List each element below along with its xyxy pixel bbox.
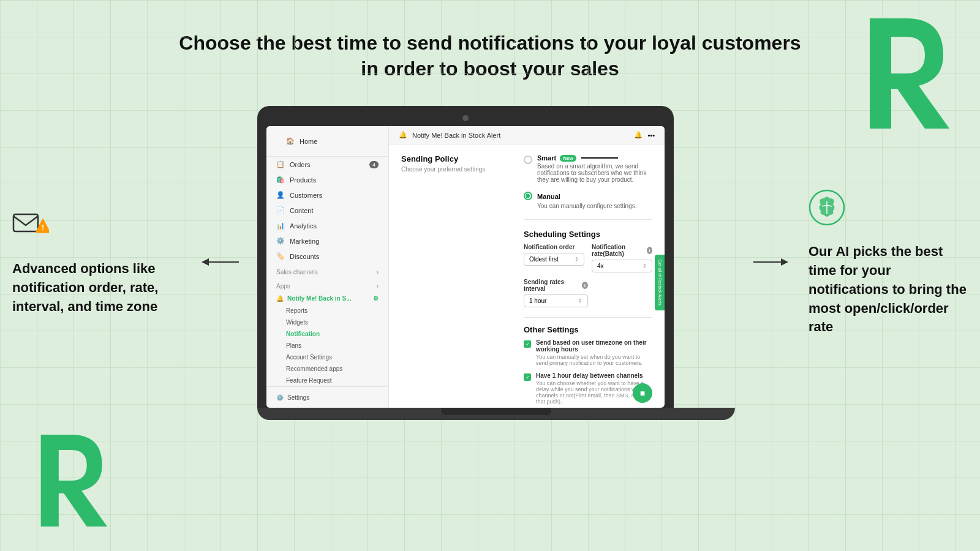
scheduling-title: Scheduling Settings <box>524 230 652 239</box>
sending-rate-label: Sending rates interval i <box>524 279 588 292</box>
marketing-icon: ⚙️ <box>276 237 285 245</box>
manual-option[interactable]: Manual You can manually configure settin… <box>524 190 652 209</box>
sidebar-content[interactable]: 📄 Content <box>266 203 388 218</box>
apps-chevron-icon: › <box>377 283 379 290</box>
sidebar-customers[interactable]: 👤 Customers <box>266 187 388 203</box>
svg-text:!: ! <box>42 223 44 232</box>
sidebar-marketing[interactable]: ⚙️ Marketing <box>266 233 388 249</box>
products-label: Products <box>290 176 316 184</box>
sales-channels-label: Sales channels <box>276 269 318 276</box>
sending-policy-section: Sending Policy Choose your preferred set… <box>401 154 511 408</box>
sidebar-home-item[interactable]: 🏠 Home <box>276 133 379 149</box>
notification-item[interactable]: Notification <box>266 328 388 340</box>
checkbox2[interactable]: ✓ <box>524 373 531 381</box>
rate-info-icon[interactable]: i <box>647 247 652 254</box>
laptop-camera <box>462 115 469 121</box>
smart-desc: Based on a smart algorithm, we send noti… <box>537 163 652 183</box>
checkbox1[interactable]: ✓ <box>524 340 531 348</box>
smart-radio[interactable] <box>524 156 532 164</box>
left-icon: ! <box>12 209 49 250</box>
app-gear-icon: ⚙ <box>373 295 379 302</box>
scheduling-grid: Notification order Oldest first ⇕ <box>524 244 652 272</box>
laptop-screen: 🏠 Home 📋 Orders 4 🛍️ <box>266 126 665 408</box>
sending-rate-field: Sending rates interval i 1 hour ⇕ <box>524 279 588 307</box>
arrow-right <box>747 250 796 277</box>
floating-restock-btn[interactable]: Get all of Restock Alerts <box>655 255 665 310</box>
right-icon <box>809 189 845 233</box>
other-settings-title: Other Settings <box>524 325 652 334</box>
checkbox2-title: Have 1 hour delay between channels <box>536 372 652 379</box>
manual-label: Manual <box>537 193 560 200</box>
save-icon: ■ <box>640 388 645 398</box>
apps-section: Apps › 🔔 Notify Me! Back in S... ⚙ Repor… <box>266 278 388 386</box>
reports-item[interactable]: Reports <box>266 305 388 317</box>
sending-policy-title: Sending Policy <box>401 154 511 163</box>
sidebar-settings[interactable]: ⚙️ Settings <box>266 386 388 408</box>
smart-option[interactable]: Smart New Based on a smart algorithm, we… <box>524 154 652 183</box>
sidebar-products[interactable]: 🛍️ Products <box>266 172 388 187</box>
content-label: Content <box>290 207 314 214</box>
apps-label: Apps <box>276 283 290 290</box>
recommended-apps-item[interactable]: Recommended apps <box>266 363 388 375</box>
notify-app-label: Notify Me! Back in S... <box>287 295 351 302</box>
sidebar-nav: 📋 Orders 4 🛍️ Products 👤 Customers <box>266 157 388 264</box>
left-text: Advanced options like notification order… <box>12 260 184 316</box>
left-panel: ! Advanced options like notification ord… <box>12 209 184 316</box>
discounts-icon: 🏷️ <box>276 252 285 260</box>
content-icon: 📄 <box>276 206 285 214</box>
bell-icon[interactable]: 🔔 <box>634 131 643 139</box>
manual-radio[interactable] <box>524 192 532 200</box>
sidebar-orders[interactable]: 📋 Orders 4 <box>266 157 388 172</box>
content-wrapper: 🔔 Notify Me! Back in Stock Alert 🔔 ••• <box>389 126 665 408</box>
right-panel: Our AI picks the best time for your noti… <box>809 189 968 337</box>
notification-rate-select[interactable]: 4x ⇕ <box>592 260 652 272</box>
widgets-item[interactable]: Widgets <box>266 317 388 328</box>
notification-order-label: Notification order <box>524 244 584 250</box>
analytics-icon: 📊 <box>276 222 285 230</box>
feature-request-item[interactable]: Feature Request <box>266 375 388 386</box>
sidebar-analytics[interactable]: 📊 Analytics <box>266 218 388 233</box>
settings-label: Settings <box>287 394 309 401</box>
arrow-left <box>196 250 245 277</box>
customers-icon: 👤 <box>276 191 285 199</box>
orders-badge: 4 <box>369 161 379 168</box>
home-icon: 🏠 <box>286 137 295 145</box>
top-bar-title: 🔔 Notify Me! Back in Stock Alert <box>399 131 500 139</box>
laptop-base <box>257 408 735 420</box>
notification-order-field: Notification order Oldest first ⇕ <box>524 244 584 272</box>
interval-arrow-icon: ⇕ <box>578 298 582 304</box>
checkbox1-desc: You can manually set when do you want to… <box>536 354 652 366</box>
more-options-icon[interactable]: ••• <box>647 132 655 139</box>
save-button[interactable]: ■ <box>633 383 652 403</box>
notify-breadcrumb-icon: 🔔 <box>399 131 407 139</box>
checkbox1-title: Send based on user timezone on their wor… <box>536 339 652 353</box>
customers-label: Customers <box>290 192 322 199</box>
page-title: Choose the best time to send notificatio… <box>0 0 980 100</box>
checkbox1-content: Send based on user timezone on their wor… <box>536 339 652 366</box>
plans-item[interactable]: Plans <box>266 340 388 351</box>
orders-label: Orders <box>290 161 311 168</box>
checkbox1-item: ✓ Send based on user timezone on their w… <box>524 339 652 366</box>
settings-icon: ⚙️ <box>276 394 284 401</box>
notify-app-icon: 🔔 <box>276 295 284 302</box>
sending-policy-subtitle: Choose your preferred settings. <box>401 166 511 173</box>
products-icon: 🛍️ <box>276 176 285 184</box>
discounts-label: Discounts <box>290 253 319 260</box>
policy-options: Smart New Based on a smart algorithm, we… <box>524 154 652 408</box>
interval-info-icon[interactable]: i <box>582 282 588 289</box>
scheduling-section: Scheduling Settings Notification order O… <box>524 219 652 307</box>
chevron-right-icon: › <box>377 269 379 276</box>
sales-channels-section: Sales channels › <box>266 264 388 278</box>
new-badge: New <box>560 155 576 162</box>
top-bar-actions: 🔔 ••• <box>634 131 655 139</box>
rate-select-arrow-icon: ⇕ <box>643 263 647 269</box>
top-bar-app-name: Notify Me! Back in Stock Alert <box>412 132 500 139</box>
notification-rate-label: Notification rate(Batch) i <box>592 244 652 257</box>
laptop-wrapper: 🏠 Home 📋 Orders 4 🛍️ <box>257 106 735 420</box>
account-settings-item[interactable]: Account Settings <box>266 351 388 363</box>
app-main-item[interactable]: 🔔 Notify Me! Back in S... ⚙ <box>266 292 388 305</box>
notification-order-select[interactable]: Oldest first ⇕ <box>524 253 584 266</box>
shopify-sidebar: 🏠 Home 📋 Orders 4 🛍️ <box>266 126 389 408</box>
sidebar-discounts[interactable]: 🏷️ Discounts <box>266 249 388 264</box>
sending-rate-select[interactable]: 1 hour ⇕ <box>524 294 588 307</box>
